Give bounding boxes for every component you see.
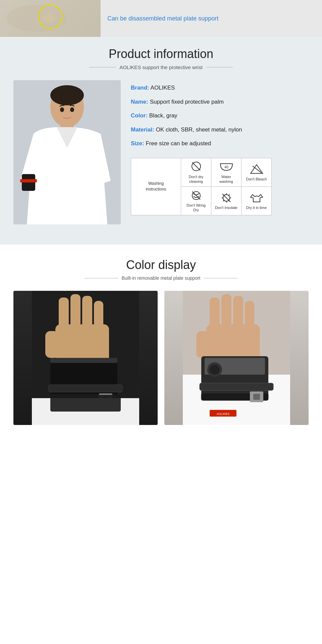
svg-rect-34	[45, 331, 59, 358]
svg-point-9	[60, 107, 64, 112]
material-value: OK cloth, SBR, sheet metal, nylon	[156, 126, 242, 133]
no-bleach-text: Don't Bleach	[246, 177, 267, 181]
color-display-title: Color display	[13, 258, 309, 272]
svg-point-62	[210, 365, 220, 375]
name-label: Name:	[131, 99, 148, 105]
svg-line-25	[229, 195, 230, 196]
color-image-left: AOLIKES	[13, 291, 158, 425]
washing-label: Washinginstructions	[131, 158, 181, 215]
size-value: Free size can be adjusted	[146, 140, 211, 147]
name-row: Name: Support fixed protective palm	[131, 98, 309, 106]
svg-rect-37	[49, 385, 122, 392]
color-image-right: AOLIKES	[164, 291, 309, 425]
top-image	[0, 0, 101, 37]
no-insolate-text: Don't Insolate	[215, 206, 237, 210]
color-display-subtitle: Built-in removable metal plate support	[13, 275, 309, 281]
size-label: Size:	[131, 140, 144, 147]
svg-point-0	[7, 5, 67, 32]
top-section: Can be disassembled metal plate support	[0, 0, 322, 37]
no-dry-clean-text: Don't dry cleaning	[189, 175, 204, 183]
svg-point-2	[43, 13, 55, 22]
product-image	[13, 80, 121, 224]
svg-rect-58	[253, 394, 260, 400]
svg-rect-44	[50, 395, 121, 412]
product-info-subtitle: AOLIKES support the protective wrist	[13, 64, 309, 70]
no-wring-cell: Don't Wring Dry	[181, 186, 211, 215]
no-insolate-cell: Don't Insolate	[211, 186, 241, 215]
material-row: Material: OK cloth, SBR, sheet metal, ny…	[131, 125, 309, 134]
water-wash-cell: 40 Water washing	[211, 158, 241, 186]
size-row: Size: Free size can be adjusted	[131, 139, 309, 148]
color-display-section: Color display Built-in removable metal p…	[0, 245, 322, 425]
svg-rect-8	[20, 179, 37, 182]
svg-rect-55	[200, 383, 273, 390]
no-dry-clean-cell: Don't dry cleaning	[181, 158, 211, 186]
color-images: AOLIKES	[13, 291, 309, 425]
product-info-section: Product information AOLIKES support the …	[0, 37, 322, 245]
brand-row: Brand: AOLIKES	[131, 84, 309, 92]
svg-line-26	[223, 200, 224, 201]
product-info-title: Product information	[13, 47, 309, 61]
color-label: Color:	[131, 112, 148, 119]
svg-rect-36	[50, 358, 117, 363]
material-label: Material:	[131, 126, 154, 133]
washing-table: Washinginstructions Don't dry cleaning	[131, 158, 272, 215]
svg-text:AOLIKES: AOLIKES	[217, 412, 230, 416]
dry-time-text: Dry it in time	[246, 206, 267, 210]
svg-rect-52	[196, 331, 210, 358]
brand-label: Brand:	[131, 85, 149, 91]
svg-point-5	[50, 85, 84, 105]
color-value: Black, gray	[149, 112, 177, 119]
water-wash-text: Water washing	[219, 175, 233, 183]
product-details: Brand: AOLIKES Name: Support fixed prote…	[131, 80, 309, 215]
product-content: Brand: AOLIKES Name: Support fixed prote…	[13, 80, 309, 224]
feature-text: Can be disassembled metal plate support	[101, 15, 218, 22]
dry-time-cell: Dry it in time	[241, 186, 272, 215]
color-row: Color: Black, gray	[131, 111, 309, 120]
svg-point-10	[70, 107, 74, 112]
name-value: Support fixed protective palm	[150, 99, 224, 105]
no-bleach-cell: Don't Bleach	[241, 158, 272, 186]
brand-value: AOLIKES	[151, 85, 175, 91]
svg-text:40: 40	[224, 165, 228, 169]
svg-line-12	[192, 162, 200, 170]
no-wring-text: Don't Wring Dry	[186, 203, 206, 212]
